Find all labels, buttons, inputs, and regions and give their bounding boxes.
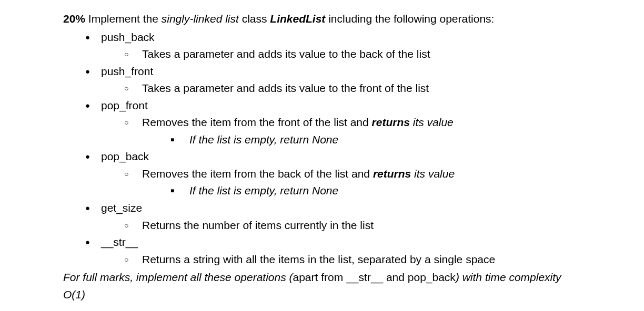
operation-item: __str__Returns a string with all the ite… (85, 234, 581, 268)
operation-sub-item: Returns a string with all the items in t… (124, 251, 581, 268)
text-run: its value (411, 168, 455, 180)
operation-name: push_front (101, 65, 153, 77)
operation-subsub-list: If the list is empty, return None (142, 182, 581, 200)
operation-sub-item: Takes a parameter and adds its value to … (124, 46, 581, 63)
footnote-plain: apart from __str__ and pop_back (293, 271, 456, 283)
operation-sub-list: Returns the number of items currently in… (101, 217, 581, 234)
footnote: For full marks, implement all these oper… (63, 269, 581, 303)
operation-sub-item: Removes the item from the front of the l… (124, 114, 581, 148)
text-run: Takes a parameter and adds its value to … (142, 48, 430, 60)
intro-em1: singly-linked list (162, 13, 239, 25)
intro-pre: Implement the (85, 13, 162, 25)
operation-name: push_back (101, 31, 155, 43)
operation-item: pop_frontRemoves the item from the front… (85, 97, 581, 149)
intro-mid: class (239, 13, 270, 25)
operation-sub-list: Removes the item from the front of the l… (101, 114, 581, 148)
document-page: 20% Implement the singly-linked list cla… (0, 11, 644, 303)
operation-subsub-item: If the list is empty, return None (170, 182, 581, 200)
operation-sub-list: Removes the item from the back of the li… (101, 165, 581, 200)
operation-sub-list: Returns a string with all the items in t… (101, 251, 581, 268)
text-run: its value (410, 116, 454, 128)
operation-name: pop_front (101, 99, 148, 111)
text-run: Removes the item from the back of the li… (142, 168, 373, 180)
operation-item: push_frontTakes a parameter and adds its… (85, 63, 581, 97)
operation-sub-item: Returns the number of items currently in… (124, 217, 581, 234)
footnote-p1: For full marks, implement all these oper… (63, 271, 293, 283)
operation-sub-item: Takes a parameter and adds its value to … (124, 80, 581, 97)
operation-subsub-item: If the list is empty, return None (170, 131, 581, 149)
text-run: Returns a string with all the items in t… (142, 253, 495, 265)
operation-subsub-list: If the list is empty, return None (142, 131, 581, 149)
operation-sub-item: Removes the item from the back of the li… (124, 165, 581, 200)
text-run: If the list is empty, return None (189, 133, 338, 146)
text-run: Takes a parameter and adds its value to … (142, 82, 429, 94)
operation-name: get_size (101, 202, 142, 214)
text-run: returns (373, 168, 411, 180)
operation-name: __str__ (101, 236, 138, 248)
operation-sub-list: Takes a parameter and adds its value to … (101, 46, 581, 63)
weight-label: 20% (63, 13, 85, 25)
intro-post: including the following operations: (325, 13, 494, 25)
intro-em2: LinkedList (270, 13, 325, 25)
operation-item: push_backTakes a parameter and adds its … (85, 29, 581, 63)
intro-line: 20% Implement the singly-linked list cla… (63, 11, 581, 28)
text-run: If the list is empty, return None (189, 184, 338, 196)
operation-sub-list: Takes a parameter and adds its value to … (101, 80, 581, 97)
operation-item: get_sizeReturns the number of items curr… (85, 200, 581, 234)
operation-item: pop_backRemoves the item from the back o… (85, 148, 581, 200)
text-run: Returns the number of items currently in… (142, 219, 374, 231)
operation-name: pop_back (101, 150, 149, 162)
operations-list: push_backTakes a parameter and adds its … (63, 29, 581, 268)
text-run: Removes the item from the front of the l… (142, 116, 372, 128)
text-run: returns (372, 116, 410, 128)
